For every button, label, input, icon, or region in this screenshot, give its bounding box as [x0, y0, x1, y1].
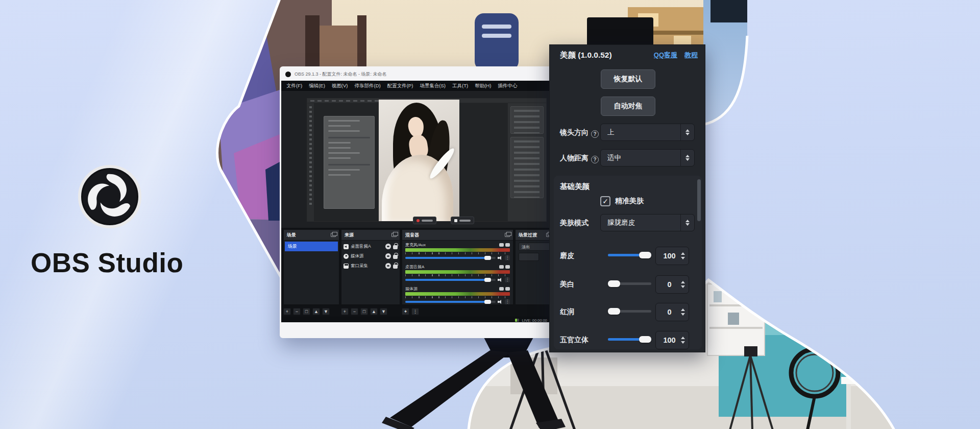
menu-tools[interactable]: 工具(T) [452, 83, 468, 89]
stepper-arrows-icon[interactable] [681, 252, 685, 259]
obs-logo-icon [78, 164, 142, 229]
stepper-arrows-icon[interactable] [681, 337, 685, 344]
obs-window-title: OBS 29.1.3 - 配置文件: 未命名 - 场景: 未命名 [295, 71, 387, 78]
level-meter [405, 292, 510, 296]
stepper-arrows-icon[interactable] [681, 281, 685, 288]
live-status-text: LIVE: 00:00:00 [522, 318, 547, 323]
slider-handle[interactable] [639, 252, 651, 258]
source-row[interactable]: 媒体源 [341, 251, 400, 261]
scene-props-button[interactable]: □ [303, 308, 310, 315]
face-3d-value-box[interactable]: 100 [655, 331, 689, 349]
slider-handle[interactable] [639, 336, 651, 343]
meter-headphone-icon[interactable] [499, 265, 504, 269]
qq-support-link[interactable]: QQ客服 [654, 51, 677, 60]
source-row[interactable]: 窗口采集 [341, 261, 400, 271]
restore-default-button[interactable]: 恢复默认 [601, 69, 655, 89]
volume-slider[interactable] [405, 279, 496, 281]
source-row[interactable]: 桌面音频A [341, 242, 400, 251]
remove-scene-button[interactable]: − [293, 308, 301, 315]
lock-icon[interactable] [393, 245, 398, 249]
transition-duration[interactable] [519, 253, 539, 261]
precise-skin-checkbox-row[interactable]: ✓ 精准美肤 [600, 196, 644, 206]
meter-headphone-icon[interactable] [499, 287, 504, 291]
slider-handle[interactable] [608, 308, 620, 315]
volume-slider[interactable] [405, 301, 496, 303]
mixer-dock-title: 混音器 [405, 232, 419, 239]
add-scene-button[interactable]: + [283, 308, 291, 315]
add-source-button[interactable]: + [341, 308, 349, 315]
brand-name: OBS Studio [31, 247, 199, 278]
preview-badge-properties[interactable] [451, 217, 474, 224]
lock-icon[interactable] [393, 265, 398, 269]
dropdown-spinner-icon[interactable] [680, 124, 694, 140]
panel-scrollbar[interactable] [697, 179, 701, 221]
menu-view[interactable]: 视图(V) [332, 83, 348, 89]
smoothing-slider[interactable] [608, 254, 651, 256]
sources-dock-title: 来源 [345, 232, 354, 239]
menu-scene-collection[interactable]: 场景集合(S) [420, 83, 446, 89]
mute-speaker-icon[interactable] [498, 300, 503, 304]
rosy-slider[interactable] [608, 310, 651, 313]
menu-docks[interactable]: 停靠部件(D) [354, 83, 380, 89]
mixer-filters-button[interactable]: ✦ [402, 308, 409, 315]
rosy-value-box[interactable]: 0 [655, 303, 689, 321]
scenes-dock: 场景 场景 [283, 229, 339, 305]
scene-down-button[interactable]: ▼ [322, 308, 330, 315]
brand-block: OBS Studio [31, 164, 199, 278]
whitening-slider[interactable] [608, 282, 651, 285]
source-props-button[interactable]: □ [360, 308, 368, 315]
audio-meter: 桌面音频A ⋮ [402, 263, 513, 282]
checkbox-checked-icon[interactable]: ✓ [600, 196, 610, 206]
camera-direction-label: 镜头方向 [560, 128, 589, 136]
mute-speaker-icon[interactable] [498, 256, 503, 260]
menu-help[interactable]: 帮助(H) [475, 83, 491, 89]
menu-profile[interactable]: 配置文件(P) [387, 83, 413, 89]
visibility-eye-icon[interactable] [385, 253, 391, 259]
help-icon[interactable]: ? [591, 130, 599, 138]
slider-handle[interactable] [608, 280, 620, 287]
menu-edit[interactable]: 编辑(E) [309, 83, 325, 89]
lock-icon[interactable] [393, 255, 398, 259]
skin-mode-dropdown[interactable]: 朦胧磨皮 [600, 214, 695, 231]
dock-float-icon[interactable] [505, 233, 510, 237]
mixer-more-icon[interactable]: ⋮ [505, 255, 510, 260]
volume-slider[interactable] [405, 257, 496, 259]
stepper-arrows-icon[interactable] [681, 308, 685, 316]
camera-direction-dropdown[interactable]: 上 [600, 124, 695, 141]
mixer-advanced-button[interactable]: ⋮ [411, 308, 419, 315]
mute-speaker-icon[interactable] [498, 278, 503, 282]
scene-up-button[interactable]: ▲ [312, 308, 320, 315]
rosy-label: 红润 [560, 307, 574, 317]
preview-badge-record[interactable] [413, 217, 436, 224]
whitening-label: 美白 [560, 280, 574, 289]
dropdown-spinner-icon[interactable] [680, 150, 694, 166]
meter-config-icon[interactable] [505, 265, 510, 269]
visibility-eye-icon[interactable] [385, 263, 391, 269]
dock-float-icon[interactable] [331, 233, 336, 237]
scene-row-selected[interactable]: 场景 [285, 242, 338, 251]
face-3d-slider[interactable] [608, 338, 651, 341]
visibility-eye-icon[interactable] [385, 244, 391, 249]
meter-headphone-icon[interactable] [499, 243, 504, 247]
source-up-button[interactable]: ▲ [370, 308, 378, 315]
dock-float-icon[interactable] [391, 233, 397, 237]
audio-meter: 媒体源 ⋮ [402, 284, 513, 304]
source-down-button[interactable]: ▼ [380, 308, 387, 315]
remove-source-button[interactable]: − [351, 308, 358, 315]
level-meter [405, 248, 510, 252]
dropdown-spinner-icon[interactable] [680, 214, 694, 231]
auto-focus-button[interactable]: 自动对焦 [601, 97, 655, 116]
menu-file[interactable]: 文件(F) [286, 83, 302, 89]
transition-combo[interactable]: 淡出 [519, 243, 551, 251]
meter-config-icon[interactable] [505, 287, 510, 291]
whitening-value-box[interactable]: 0 [655, 275, 689, 294]
help-icon[interactable]: ? [591, 156, 599, 163]
person-distance-dropdown[interactable]: 适中 [600, 149, 695, 166]
meter-config-icon[interactable] [505, 243, 510, 247]
mixer-more-icon[interactable]: ⋮ [505, 277, 510, 282]
menu-plugin-center[interactable]: 插件中心 [498, 83, 517, 89]
ps-panels [507, 103, 546, 221]
smoothing-value-box[interactable]: 100 [655, 247, 689, 265]
tutorial-link[interactable]: 教程 [684, 51, 698, 60]
mixer-more-icon[interactable]: ⋮ [505, 299, 510, 304]
